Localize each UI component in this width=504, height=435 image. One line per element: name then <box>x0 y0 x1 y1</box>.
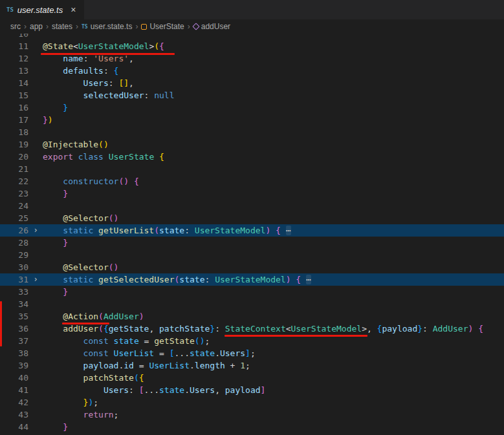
breadcrumb-item-adduser[interactable]: addUser <box>193 22 230 31</box>
breadcrumb-item-file[interactable]: TS user.state.ts <box>82 22 132 31</box>
code-line-11[interactable]: 11@State<UserStateModel>({ <box>0 40 504 52</box>
code-text: } <box>43 286 68 298</box>
gutter-spacer <box>28 89 43 101</box>
breadcrumb-item-userstate[interactable]: UserState <box>141 22 184 31</box>
annotation-underline-action-decorator <box>62 323 109 324</box>
code-text: @Action(AddUser) <box>43 310 144 323</box>
method-symbol-icon <box>192 23 199 30</box>
line-number: 40 <box>0 372 28 384</box>
line-number: 14 <box>0 77 28 89</box>
code-line-28[interactable]: 28 } <box>0 237 504 249</box>
code-line-29[interactable]: 29 <box>0 249 504 261</box>
code-editor[interactable]: 1011@State<UserStateModel>({12 name: 'Us… <box>0 34 504 435</box>
breadcrumb-item-src[interactable]: src <box>10 22 21 31</box>
code-line-10[interactable]: 10 <box>0 34 504 40</box>
code-text: return; <box>43 408 118 421</box>
line-number: 10 <box>0 34 28 40</box>
gutter-spacer <box>28 101 43 114</box>
code-line-24[interactable]: 24 <box>0 200 504 212</box>
gutter-spacer <box>28 249 43 261</box>
tab-close-icon[interactable]: × <box>71 5 76 14</box>
fold-chevron-icon[interactable]: › <box>28 224 43 237</box>
class-symbol-icon <box>141 24 147 30</box>
code-line-23[interactable]: 23 } <box>0 187 504 200</box>
breadcrumb-separator: › <box>24 22 27 31</box>
fold-chevron-icon[interactable]: › <box>28 273 43 286</box>
gutter-spacer <box>28 200 43 212</box>
code-line-41[interactable]: 41 Users: [...state.Users, payload] <box>0 384 504 396</box>
code-line-30[interactable]: 30 @Selector() <box>0 261 504 273</box>
gutter-spacer <box>28 175 43 187</box>
code-text: payload.id = UserList.length + 1; <box>43 359 250 372</box>
code-line-17[interactable]: 17}) <box>0 114 504 126</box>
gutter-spacer <box>28 286 43 298</box>
gutter-spacer <box>28 384 43 396</box>
code-line-19[interactable]: 19@Injectable() <box>0 138 504 151</box>
line-number: 34 <box>0 298 28 310</box>
code-text: } <box>43 421 68 433</box>
gutter-spacer <box>28 396 43 408</box>
code-line-42[interactable]: 42 }); <box>0 396 504 408</box>
code-line-21[interactable]: 21 <box>0 163 504 175</box>
code-text: @State<UserStateModel>({ <box>43 40 164 52</box>
line-number: 41 <box>0 384 28 396</box>
code-line-26[interactable]: 26› static getUserList(state: UserStateM… <box>0 224 504 237</box>
code-line-18[interactable]: 18 <box>0 126 504 138</box>
code-line-20[interactable]: 20export class UserState { <box>0 151 504 163</box>
code-text: static getUserList(state: UserStateModel… <box>43 224 291 237</box>
line-number: 37 <box>0 335 28 347</box>
code-line-44[interactable]: 44 } <box>0 421 504 433</box>
tab-user-state-ts[interactable]: TS user.state.ts × <box>0 0 84 19</box>
typescript-file-icon: TS <box>82 24 88 30</box>
gutter-spacer <box>28 34 43 40</box>
line-number: 16 <box>0 101 28 114</box>
code-line-43[interactable]: 43 return; <box>0 408 504 421</box>
code-line-14[interactable]: 14 Users: [], <box>0 77 504 89</box>
line-number: 25 <box>0 212 28 224</box>
code-line-39[interactable]: 39 payload.id = UserList.length + 1; <box>0 359 504 372</box>
gutter-spacer <box>28 359 43 372</box>
code-line-22[interactable]: 22 constructor() { <box>0 175 504 187</box>
code-text: Users: [...state.Users, payload] <box>43 384 265 396</box>
tab-bar: TS user.state.ts × <box>0 0 504 19</box>
line-number: 17 <box>0 114 28 126</box>
gutter-spacer <box>28 347 43 359</box>
code-line-35[interactable]: 35 @Action(AddUser) <box>0 310 504 323</box>
gutter-spacer <box>28 163 43 175</box>
line-number: 12 <box>0 52 28 65</box>
gutter-spacer <box>28 261 43 273</box>
line-number: 20 <box>0 151 28 163</box>
gutter-spacer <box>28 114 43 126</box>
line-number: 18 <box>0 126 28 138</box>
code-line-31[interactable]: 31› static getSelectedUser(state: UserSt… <box>0 273 504 286</box>
line-number: 42 <box>0 396 28 408</box>
code-text: export class UserState { <box>43 151 164 163</box>
code-text: selectedUser: null <box>43 89 175 101</box>
typescript-file-icon: TS <box>6 6 14 13</box>
line-number: 44 <box>0 421 28 433</box>
code-text: const state = getState(); <box>43 335 210 347</box>
code-line-25[interactable]: 25 @Selector() <box>0 212 504 224</box>
code-text: }) <box>43 114 53 126</box>
tab-title: user.state.ts <box>17 5 63 15</box>
line-number: 15 <box>0 89 28 101</box>
breadcrumb-separator: › <box>76 22 78 31</box>
line-number: 43 <box>0 408 28 421</box>
code-line-13[interactable]: 13 defaults: { <box>0 65 504 77</box>
code-line-40[interactable]: 40 patchState({ <box>0 372 504 384</box>
line-number: 29 <box>0 249 28 261</box>
code-line-34[interactable]: 34 <box>0 298 504 310</box>
code-line-38[interactable]: 38 const UserList = [...state.Users]; <box>0 347 504 359</box>
breadcrumb-item-states[interactable]: states <box>52 22 72 31</box>
line-number: 24 <box>0 200 28 212</box>
line-number: 28 <box>0 237 28 249</box>
code-line-15[interactable]: 15 selectedUser: null <box>0 89 504 101</box>
line-number: 30 <box>0 261 28 273</box>
code-line-33[interactable]: 33 } <box>0 286 504 298</box>
line-number: 19 <box>0 138 28 151</box>
code-line-16[interactable]: 16 } <box>0 101 504 114</box>
gutter-spacer <box>28 421 43 433</box>
gutter-spacer <box>28 298 43 310</box>
breadcrumb-class-label: UserState <box>149 22 184 31</box>
breadcrumb-item-app[interactable]: app <box>30 22 43 31</box>
